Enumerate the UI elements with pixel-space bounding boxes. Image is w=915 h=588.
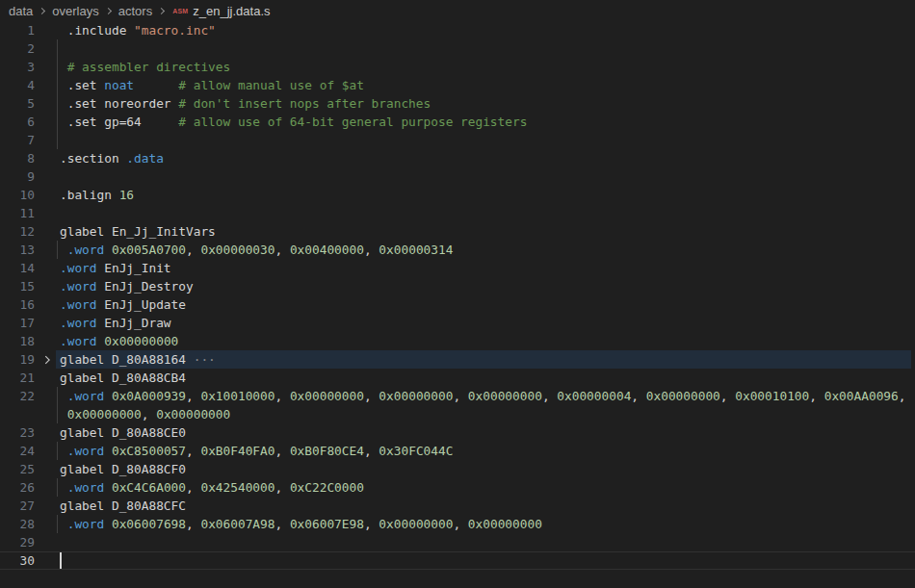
code-text[interactable] xyxy=(60,204,915,222)
code-text[interactable]: .balign 16 xyxy=(60,186,915,204)
line-number: 16 xyxy=(0,295,35,314)
code-text[interactable] xyxy=(60,167,915,186)
code-line[interactable]: 12glabel En_Jj_InitVars xyxy=(0,222,915,241)
code-line[interactable]: 6 .set gp=64 # allow use of 64-bit gener… xyxy=(0,113,915,131)
code-text[interactable]: 0x00000000, 0x00000000 xyxy=(60,405,915,423)
number-token: 0x06007698 xyxy=(112,517,186,531)
code-line[interactable]: 25glabel D_80A88CF0 xyxy=(0,460,915,478)
code-text[interactable]: .set noat # allow manual use of $at xyxy=(60,76,915,94)
line-number: 11 xyxy=(0,204,35,222)
code-line[interactable]: 29 xyxy=(0,533,915,551)
code-text[interactable]: .word 0x00000000 xyxy=(60,332,915,350)
code-line[interactable]: 18.word 0x00000000 xyxy=(0,332,915,350)
keyword-token: noat xyxy=(104,78,134,92)
line-number: 12 xyxy=(0,222,35,241)
code-text[interactable]: glabel D_80A88CFC xyxy=(60,497,915,515)
code-line[interactable]: 5 .set noreorder # don't insert nops aft… xyxy=(0,94,915,113)
code-line[interactable]: 19glabel D_80A88164 ··· xyxy=(0,350,915,369)
code-text[interactable] xyxy=(60,551,915,570)
fold-column xyxy=(35,423,60,442)
number-token: 0x10010000 xyxy=(200,389,274,403)
line-number xyxy=(0,405,35,423)
code-line[interactable]: 0x00000000, 0x00000000 xyxy=(0,405,915,423)
code-token: .set xyxy=(60,78,104,92)
code-line[interactable]: 22 .word 0x0A000939, 0x10010000, 0x00000… xyxy=(0,387,915,405)
keyword-token: .word xyxy=(60,297,97,312)
indent-guide xyxy=(57,442,58,460)
code-text[interactable]: .set gp=64 # allow use of 64-bit general… xyxy=(60,113,915,131)
code-text[interactable]: .section .data xyxy=(60,149,915,167)
code-line[interactable]: 21glabel D_80A88CB4 xyxy=(0,369,915,387)
code-text[interactable]: .word 0x005A0700, 0x00000030, 0x00400000… xyxy=(60,241,915,259)
code-line[interactable]: 1 .include "macro.inc" xyxy=(0,21,915,39)
breadcrumb-item-overlays[interactable]: overlays xyxy=(51,4,99,18)
indent-guide xyxy=(57,241,58,259)
code-line[interactable]: 9 xyxy=(0,167,915,186)
code-line[interactable]: 10.balign 16 xyxy=(0,186,915,204)
number-token: 0x00000000 xyxy=(104,334,178,348)
code-line[interactable]: 13 .word 0x005A0700, 0x00000030, 0x00400… xyxy=(0,241,915,259)
code-line[interactable]: 14.word EnJj_Init xyxy=(0,259,915,277)
code-text[interactable]: .word EnJj_Destroy xyxy=(60,277,915,295)
code-line[interactable]: 11 xyxy=(0,204,915,222)
code-token xyxy=(104,243,112,257)
line-number: 18 xyxy=(0,332,35,350)
code-editor[interactable]: 1 .include "macro.inc"23 # assembler dir… xyxy=(0,21,915,570)
asm-file-icon: ASM xyxy=(172,8,188,14)
code-text[interactable] xyxy=(60,131,915,149)
code-line[interactable]: 26 .word 0xC4C6A000, 0x42540000, 0xC22C0… xyxy=(0,478,915,497)
code-text[interactable]: .set noreorder # don't insert nops after… xyxy=(60,94,915,113)
code-text[interactable]: .word 0xC4C6A000, 0x42540000, 0xC22C0000 xyxy=(60,478,915,497)
code-text[interactable]: .word 0xC8500057, 0xB0F40FA0, 0xB0F80CE4… xyxy=(60,442,915,460)
number-token: 0xB0F80CE4 xyxy=(290,444,364,458)
code-token: glabel D_80A88CF0 xyxy=(60,462,186,476)
code-text[interactable]: glabel D_80A88CF0 xyxy=(60,460,915,478)
code-token: glabel En_Jj_InitVars xyxy=(60,224,216,239)
breadcrumb: data overlays actors ASM z_en_jj.data.s xyxy=(0,0,915,21)
code-line[interactable]: 2 xyxy=(0,39,915,58)
code-text[interactable]: glabel En_Jj_InitVars xyxy=(60,222,915,241)
breadcrumb-file-name[interactable]: z_en_jj.data.s xyxy=(192,4,271,18)
code-text[interactable]: .word EnJj_Update xyxy=(60,295,915,314)
code-line[interactable]: 24 .word 0xC8500057, 0xB0F40FA0, 0xB0F80… xyxy=(0,442,915,460)
code-text[interactable]: .word 0x06007698, 0x06007A98, 0x06007E98… xyxy=(60,515,915,533)
gutter: 30 xyxy=(0,551,60,570)
code-text[interactable]: .word 0x0A000939, 0x10010000, 0x00000000… xyxy=(60,387,915,405)
code-text[interactable]: .include "macro.inc" xyxy=(60,21,915,39)
code-line[interactable]: 27glabel D_80A88CFC xyxy=(0,497,915,515)
indent-guide xyxy=(57,94,58,113)
breadcrumb-item-actors[interactable]: actors xyxy=(118,4,153,18)
code-text[interactable] xyxy=(60,533,915,551)
code-line[interactable]: 3 # assembler directives xyxy=(0,58,915,76)
code-line[interactable]: 23glabel D_80A88CE0 xyxy=(0,423,915,442)
code-line[interactable]: 4 .set noat # allow manual use of $at xyxy=(0,76,915,94)
code-text[interactable]: glabel D_80A88164 ··· xyxy=(60,350,915,369)
chevron-right-icon xyxy=(105,7,112,13)
code-line[interactable]: 15.word EnJj_Destroy xyxy=(0,277,915,295)
code-token xyxy=(60,407,67,422)
gutter: 3 xyxy=(0,58,60,76)
code-token: EnJj_Init xyxy=(97,261,171,275)
code-line[interactable]: 28 .word 0x06007698, 0x06007A98, 0x06007… xyxy=(0,515,915,533)
code-text[interactable]: # assembler directives xyxy=(60,58,915,76)
code-text[interactable]: .word EnJj_Init xyxy=(60,259,915,277)
gutter: 7 xyxy=(0,131,60,149)
line-number: 24 xyxy=(0,442,35,460)
fold-chevron-icon[interactable] xyxy=(35,350,60,369)
fold-column xyxy=(35,533,60,551)
code-line[interactable]: 8.section .data xyxy=(0,149,915,167)
code-line[interactable]: 17.word EnJj_Draw xyxy=(0,314,915,332)
code-text[interactable] xyxy=(60,39,915,58)
indent-guide xyxy=(57,76,58,94)
code-line[interactable]: 30 xyxy=(0,551,915,570)
line-number: 29 xyxy=(0,533,35,551)
code-line[interactable]: 16.word EnJj_Update xyxy=(0,295,915,314)
code-line[interactable]: 7 xyxy=(0,131,915,149)
gutter: 14 xyxy=(0,259,60,277)
code-text[interactable]: glabel D_80A88CB4 xyxy=(60,369,915,387)
code-text[interactable]: glabel D_80A88CE0 xyxy=(60,423,915,442)
breadcrumb-item-data[interactable]: data xyxy=(8,4,34,18)
code-text[interactable]: .word EnJj_Draw xyxy=(60,314,915,332)
number-token: 0x00000004 xyxy=(557,389,631,403)
gutter: 29 xyxy=(0,533,60,551)
